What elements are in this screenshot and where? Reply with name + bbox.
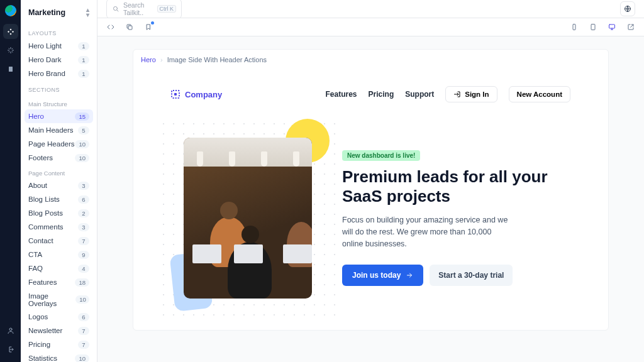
hero-nav: Company Features Pricing Support Sign In… bbox=[171, 86, 570, 102]
count-badge: 7 bbox=[78, 327, 89, 335]
sidebar: Marketing ▴▾ LAYOUTS Hero Light1Hero Dar… bbox=[21, 0, 97, 362]
nav-link[interactable]: Features bbox=[326, 90, 357, 99]
company-name: Company bbox=[185, 90, 222, 99]
sidebar-item[interactable]: Blog Lists6 bbox=[25, 192, 93, 206]
svg-point-1 bbox=[9, 328, 12, 331]
sidebar-item-label: Pricing bbox=[28, 341, 50, 348]
sidebar-item[interactable]: Pricing7 bbox=[25, 337, 93, 351]
icon-rail bbox=[0, 0, 21, 362]
login-icon bbox=[453, 90, 461, 98]
sidebar-item[interactable]: Main Headers5 bbox=[25, 123, 93, 137]
globe-button[interactable] bbox=[620, 1, 635, 16]
hero-lead: Focus on building your amazing service a… bbox=[342, 214, 512, 251]
sidebar-heading-sections: SECTIONS bbox=[25, 80, 93, 96]
count-badge: 10 bbox=[75, 140, 89, 148]
sign-in-label: Sign In bbox=[465, 90, 489, 98]
sidebar-item[interactable]: Logos6 bbox=[25, 310, 93, 324]
new-account-label: New Account bbox=[517, 90, 562, 98]
nav-link[interactable]: Pricing bbox=[369, 90, 394, 99]
rail-sparkle-icon[interactable] bbox=[3, 43, 18, 58]
breadcrumb-root[interactable]: Hero bbox=[141, 56, 156, 63]
count-badge: 2 bbox=[78, 209, 89, 217]
sidebar-item-label: Footers bbox=[28, 154, 53, 162]
sidebar-item[interactable]: FAQ4 bbox=[25, 261, 93, 275]
sidebar-item[interactable]: CTA9 bbox=[25, 248, 93, 261]
tablet-icon[interactable] bbox=[589, 23, 597, 31]
count-badge: 7 bbox=[78, 341, 89, 349]
project-switcher[interactable]: Marketing ▴▾ bbox=[25, 5, 93, 24]
count-badge: 6 bbox=[78, 195, 89, 204]
breadcrumb-current: Image Side With Header Actions bbox=[167, 56, 267, 63]
count-badge: 18 bbox=[75, 278, 89, 287]
new-account-button[interactable]: New Account bbox=[509, 86, 570, 102]
primary-cta-label: Join us today bbox=[352, 271, 401, 280]
sidebar-item-label: Logos bbox=[28, 313, 48, 321]
sidebar-item-label: About bbox=[28, 182, 47, 189]
svg-rect-7 bbox=[609, 25, 615, 28]
search-placeholder: Search Tailkit.. bbox=[123, 1, 153, 16]
rail-components-icon[interactable] bbox=[3, 24, 18, 39]
sidebar-item-label: Main Headers bbox=[28, 126, 74, 134]
app-logo-icon bbox=[5, 5, 16, 16]
sidebar-item[interactable]: Hero Brand1 bbox=[25, 67, 93, 80]
company-logo-icon bbox=[171, 90, 180, 99]
search-input[interactable]: Search Tailkit.. Ctrl K bbox=[106, 0, 182, 19]
svg-rect-0 bbox=[9, 67, 13, 72]
external-link-icon[interactable] bbox=[626, 23, 635, 31]
count-badge: 10 bbox=[75, 354, 89, 363]
sidebar-item[interactable]: Hero Light1 bbox=[25, 39, 93, 53]
sign-in-button[interactable]: Sign In bbox=[445, 86, 497, 102]
sidebar-item[interactable]: Hero Dark1 bbox=[25, 53, 93, 67]
count-badge: 3 bbox=[78, 223, 89, 231]
sidebar-item[interactable]: Image Overlays10 bbox=[25, 289, 93, 310]
svg-point-2 bbox=[114, 7, 118, 11]
hero-title: Premium leads for all your SaaS projects bbox=[342, 167, 570, 206]
count-badge: 10 bbox=[75, 154, 89, 162]
sidebar-item-label: Hero Brand bbox=[28, 70, 65, 77]
count-badge: 7 bbox=[78, 237, 89, 245]
code-icon[interactable] bbox=[106, 23, 115, 31]
toolbar bbox=[97, 18, 644, 36]
search-kbd: Ctrl K bbox=[157, 5, 177, 13]
copy-icon[interactable] bbox=[125, 23, 134, 31]
count-badge: 1 bbox=[78, 56, 89, 64]
bookmark-icon[interactable] bbox=[144, 23, 153, 31]
sidebar-item[interactable]: Contact7 bbox=[25, 234, 93, 248]
primary-cta-button[interactable]: Join us today bbox=[342, 265, 423, 286]
rail-logout-icon[interactable] bbox=[3, 342, 18, 357]
mobile-icon[interactable] bbox=[570, 23, 579, 31]
count-badge: 9 bbox=[78, 251, 89, 259]
sidebar-item[interactable]: Page Headers10 bbox=[25, 137, 93, 151]
sidebar-item[interactable]: Blog Posts2 bbox=[25, 206, 93, 220]
sidebar-item-label: Hero Dark bbox=[28, 56, 61, 63]
project-name: Marketing bbox=[28, 8, 65, 17]
sidebar-heading-layouts: LAYOUTS bbox=[25, 24, 93, 39]
chevron-right-icon: › bbox=[158, 56, 165, 63]
hero-tag: New dashboard is live! bbox=[342, 150, 420, 161]
count-badge: 4 bbox=[78, 265, 89, 273]
sidebar-item-label: Statistics bbox=[28, 354, 57, 362]
sidebar-item[interactable]: Statistics10 bbox=[25, 351, 93, 362]
count-badge: 15 bbox=[75, 112, 89, 121]
svg-rect-6 bbox=[591, 25, 595, 30]
rail-user-icon[interactable] bbox=[3, 323, 18, 338]
arrow-right-icon bbox=[406, 272, 413, 279]
sidebar-item[interactable]: About3 bbox=[25, 178, 93, 192]
sidebar-subheading: Page Content bbox=[25, 165, 93, 178]
sidebar-item[interactable]: Footers10 bbox=[25, 151, 93, 165]
sidebar-item-label: Features bbox=[28, 278, 57, 286]
sidebar-item-label: Blog Lists bbox=[28, 195, 60, 203]
sidebar-item[interactable]: Hero15 bbox=[25, 109, 93, 123]
sidebar-item[interactable]: Newsletter7 bbox=[25, 324, 93, 337]
topbar: Search Tailkit.. Ctrl K bbox=[97, 0, 644, 18]
desktop-icon[interactable] bbox=[608, 23, 616, 31]
sidebar-item-label: FAQ bbox=[28, 265, 43, 272]
nav-link[interactable]: Support bbox=[405, 90, 434, 99]
search-icon bbox=[112, 5, 119, 13]
rail-document-icon[interactable] bbox=[3, 62, 18, 77]
count-badge: 3 bbox=[78, 182, 89, 190]
sidebar-item[interactable]: Features18 bbox=[25, 275, 93, 289]
secondary-cta-button[interactable]: Start a 30-day trial bbox=[430, 265, 513, 286]
company-brand[interactable]: Company bbox=[171, 90, 222, 99]
sidebar-item[interactable]: Comments3 bbox=[25, 220, 93, 234]
